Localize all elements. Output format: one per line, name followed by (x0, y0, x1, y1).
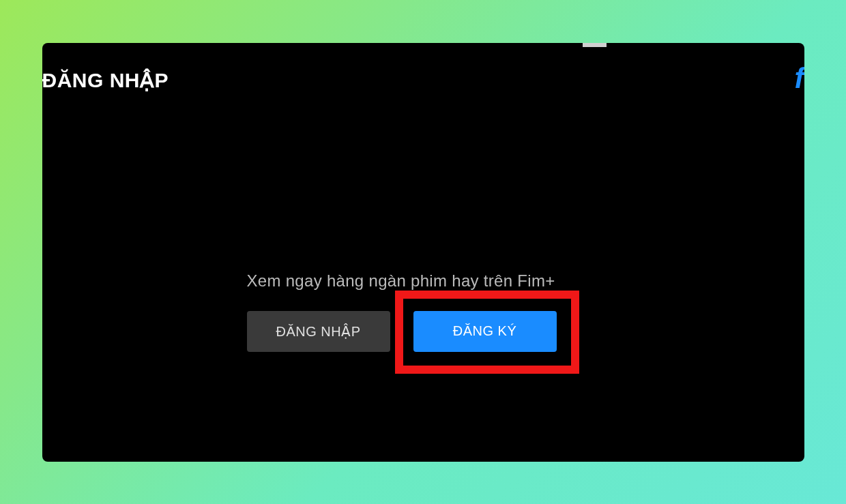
page-title: ĐĂNG NHẬP (42, 68, 169, 92)
auth-button-row: ĐĂNG NHẬP ĐĂNG KÝ (247, 311, 629, 352)
tagline-text: Xem ngay hàng ngàn phim hay trên Fim+ (247, 271, 629, 291)
register-button[interactable]: ĐĂNG KÝ (413, 311, 557, 352)
auth-content: Xem ngay hàng ngàn phim hay trên Fim+ ĐĂ… (247, 271, 629, 352)
brand-logo: f (795, 62, 804, 95)
login-button[interactable]: ĐĂNG NHẬP (247, 311, 390, 352)
top-artifact (583, 43, 607, 47)
login-screen: ĐĂNG NHẬP f Xem ngay hàng ngàn phim hay … (42, 43, 804, 462)
